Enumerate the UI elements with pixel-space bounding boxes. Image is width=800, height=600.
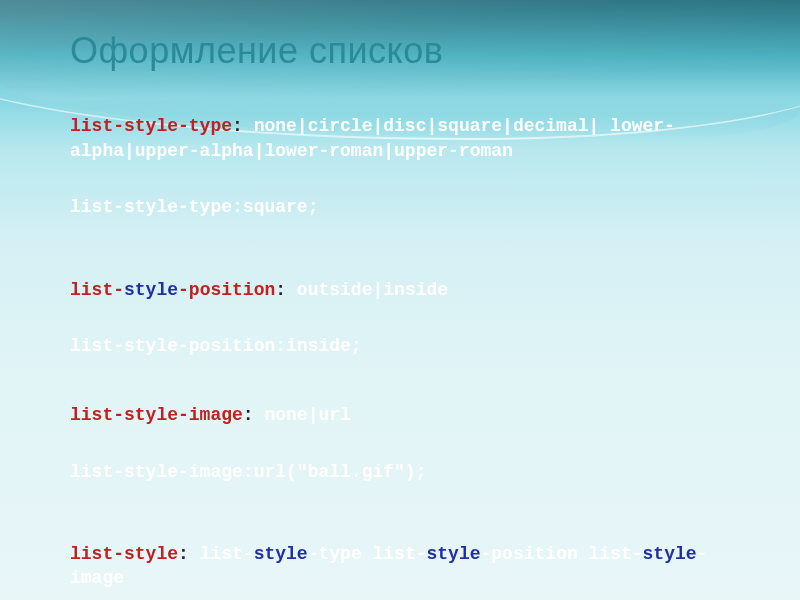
property-values: none|url — [254, 405, 351, 425]
style-keyword: style — [124, 280, 178, 300]
property-name: list-style-image — [70, 405, 243, 425]
sub-post2: -position list- — [481, 544, 643, 564]
sub-pre: list- — [200, 544, 254, 564]
slide-title: Оформление списков — [70, 30, 740, 72]
colon: : — [275, 280, 286, 300]
sub-post: -type list- — [308, 544, 427, 564]
colon: : — [243, 405, 254, 425]
code-content: list-style-type: none|circle|disc|square… — [70, 90, 740, 600]
property-values: outside|inside — [286, 280, 448, 300]
style-keyword: style — [427, 544, 481, 564]
example-code: list-style-position:inside; — [70, 336, 362, 356]
example-code: list-style-image:url("ball.gif"); — [70, 462, 426, 482]
colon: : — [232, 116, 243, 136]
property-name: list-style-type — [70, 116, 232, 136]
property-prefix: list- — [70, 280, 124, 300]
colon: : — [178, 544, 200, 564]
style-keyword: style — [643, 544, 697, 564]
property-name: list-style — [70, 544, 178, 564]
example-code: list-style-type:square; — [70, 197, 318, 217]
style-keyword: style — [254, 544, 308, 564]
property-suffix: -position — [178, 280, 275, 300]
